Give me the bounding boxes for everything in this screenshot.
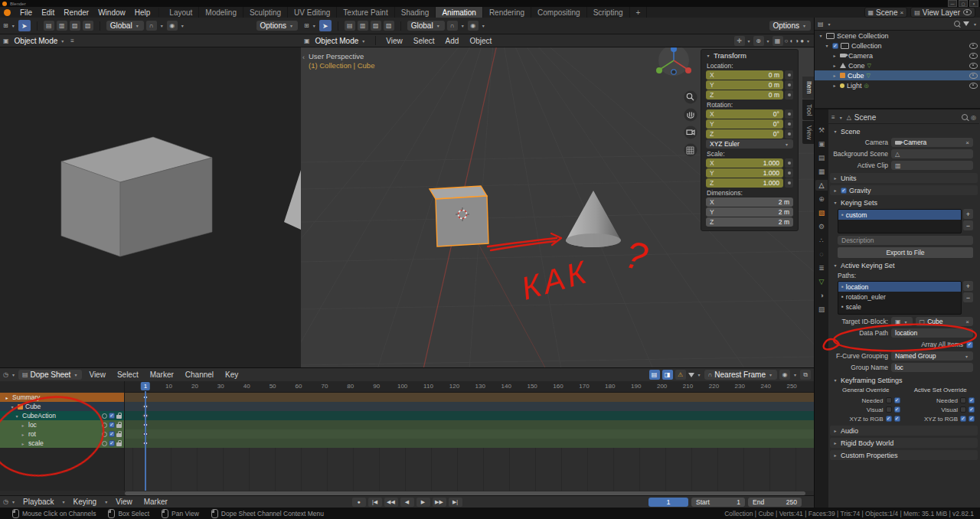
workspace-tab-rendering[interactable]: Rendering: [483, 7, 531, 18]
tab-constraints[interactable]: ≣: [815, 263, 828, 273]
workspace-tab-shading[interactable]: Shading: [395, 7, 436, 18]
shading-material-icon[interactable]: ◑: [795, 38, 799, 44]
overlays-icon[interactable]: ⊕: [753, 36, 764, 46]
keyframe-decorator-icon[interactable]: [785, 178, 793, 188]
select-lasso-tool-icon[interactable]: ▨: [371, 21, 381, 31]
tab-scene[interactable]: △: [815, 180, 828, 191]
play-button[interactable]: ▶: [416, 498, 430, 507]
remove-keying-set-button[interactable]: −: [963, 220, 973, 230]
cursor-tool-icon[interactable]: ▧: [83, 21, 93, 31]
audio-panel-header[interactable]: ▸Audio: [830, 426, 978, 436]
data-path-field[interactable]: location: [891, 328, 973, 338]
menu-edit[interactable]: Edit: [37, 7, 59, 18]
visual-override-checkbox[interactable]: ✓: [969, 406, 975, 413]
mute-checkbox[interactable]: ✓: [109, 431, 115, 437]
frame-start-field[interactable]: Start1: [691, 498, 745, 507]
menu-select[interactable]: Select: [409, 35, 439, 46]
jump-to-end-button[interactable]: ▶|: [449, 498, 462, 507]
menu-marker[interactable]: Marker: [145, 370, 178, 380]
proportional-editing-icon[interactable]: ◉: [468, 21, 479, 31]
group-name-field[interactable]: loc: [891, 363, 973, 372]
scale-z-field[interactable]: Z1.000: [706, 178, 783, 188]
clear-icon[interactable]: ×: [965, 139, 969, 146]
needed-checkbox[interactable]: [886, 397, 892, 403]
dimensions-x-field[interactable]: X2 m: [706, 197, 793, 207]
keyframe-decorator-icon[interactable]: [785, 168, 793, 178]
tweak-tool-icon[interactable]: ▤: [345, 21, 355, 31]
previous-keyframe-button[interactable]: ◀◀: [384, 498, 398, 507]
menu-help[interactable]: Help: [130, 7, 155, 18]
select-circle-tool-icon[interactable]: ▥: [57, 21, 67, 31]
sidebar-tab-view[interactable]: View: [802, 121, 814, 144]
keying-sets-panel-header[interactable]: ▾Keying Sets: [830, 197, 978, 207]
view-layer-visibility-icon[interactable]: [963, 9, 972, 15]
editor-type-icon[interactable]: ⊞: [304, 22, 309, 29]
scale-y-field[interactable]: Y1.000: [706, 168, 783, 178]
dimensions-z-field[interactable]: Z2 m: [706, 217, 793, 227]
menu-keying[interactable]: Keying: [69, 497, 102, 508]
scene-unlink-icon[interactable]: ×: [900, 9, 903, 16]
visual-checkbox[interactable]: [960, 406, 966, 413]
channel-scale[interactable]: ▸scale ✓: [0, 439, 124, 448]
mode-dropdown[interactable]: Object Mode▾: [11, 36, 70, 46]
mute-checkbox[interactable]: ✓: [109, 422, 115, 428]
xyz-rgb-override-checkbox[interactable]: ✓: [969, 416, 975, 422]
workspace-tab-animation[interactable]: Animation: [436, 7, 482, 18]
location-y-field[interactable]: Y0 m: [706, 80, 783, 90]
sidebar-tab-item[interactable]: Item: [802, 77, 814, 99]
needed-override-checkbox[interactable]: ✓: [969, 397, 975, 403]
keying-set-item[interactable]: ▪custom: [838, 210, 961, 220]
clear-icon[interactable]: ×: [965, 318, 969, 325]
needed-checkbox[interactable]: [960, 397, 966, 403]
jump-to-start-button[interactable]: |◀: [368, 498, 382, 507]
menu-select[interactable]: Select: [113, 370, 143, 380]
channel-rot[interactable]: ▸rot ✓: [0, 429, 124, 439]
minimize-button[interactable]: —: [948, 0, 957, 7]
gravity-checkbox[interactable]: ✓: [841, 188, 847, 194]
workspace-tab-texturepaint[interactable]: Texture Paint: [337, 7, 394, 18]
dope-sheet-timeline[interactable]: 1102030405060708090100110120130140150160…: [125, 381, 814, 491]
outliner-row-cube[interactable]: ▸ Cube ▽: [815, 70, 980, 80]
channel-cube[interactable]: ▾Cube: [0, 402, 124, 411]
keying-set-description-field[interactable]: Description: [838, 236, 973, 245]
add-path-button[interactable]: +: [963, 281, 973, 291]
xyz-rgb-checkbox[interactable]: ✓: [886, 416, 892, 422]
menu-window[interactable]: Window: [93, 7, 130, 18]
show-gizmo-icon[interactable]: ✛: [734, 36, 745, 46]
menu-marker[interactable]: Marker: [139, 497, 172, 508]
remove-path-button[interactable]: −: [963, 292, 973, 302]
current-frame-field[interactable]: 1: [648, 498, 688, 507]
add-workspace-button[interactable]: +: [630, 7, 648, 18]
menu-view[interactable]: View: [381, 35, 407, 46]
tab-material[interactable]: ◑: [815, 290, 828, 301]
editor-type-icon[interactable]: ▤: [818, 21, 824, 28]
tab-texture[interactable]: ▨: [815, 304, 828, 315]
modifier-icon[interactable]: [102, 423, 107, 428]
navigation-gizmo[interactable]: [656, 47, 691, 76]
scene-panel-header[interactable]: ▾Scene: [830, 126, 978, 136]
path-item-rotation[interactable]: ▪rotation_euler: [838, 292, 961, 302]
path-item-location[interactable]: ▪location: [838, 282, 961, 292]
proportional-editing-icon[interactable]: ◉: [167, 21, 178, 31]
xyz-rgb-override-checkbox[interactable]: ✓: [894, 416, 900, 422]
tab-modifiers[interactable]: ⚙: [815, 221, 828, 232]
transform-panel-header[interactable]: ▾Transform: [701, 50, 798, 60]
menu-object[interactable]: Object: [465, 35, 496, 46]
pin-icon[interactable]: ◎: [971, 114, 976, 121]
rigid-body-world-panel-header[interactable]: ▸Rigid Body World: [830, 438, 978, 448]
keyframe-decorator-icon[interactable]: [785, 90, 793, 100]
tab-tool[interactable]: ⚒: [815, 125, 828, 135]
options-dropdown[interactable]: Options▾: [769, 21, 811, 31]
menu-file[interactable]: File: [15, 7, 37, 18]
filter-icon[interactable]: [963, 21, 969, 26]
snap-magnet-icon[interactable]: ∩: [447, 21, 458, 31]
mode-dropdown[interactable]: Object Mode▾: [312, 36, 371, 46]
workspace-tab-sculpting[interactable]: Sculpting: [243, 7, 288, 18]
menu-render[interactable]: Render: [59, 7, 93, 18]
cursor-tool-icon[interactable]: ▧: [384, 21, 394, 31]
view-layer-selector[interactable]: ▤ View Layer: [910, 7, 975, 18]
lock-icon[interactable]: [116, 433, 122, 437]
target-id-field[interactable]: ▢Cube×: [916, 317, 973, 326]
hamburger-menu-icon[interactable]: ≡: [70, 38, 74, 44]
playhead[interactable]: [145, 391, 146, 491]
